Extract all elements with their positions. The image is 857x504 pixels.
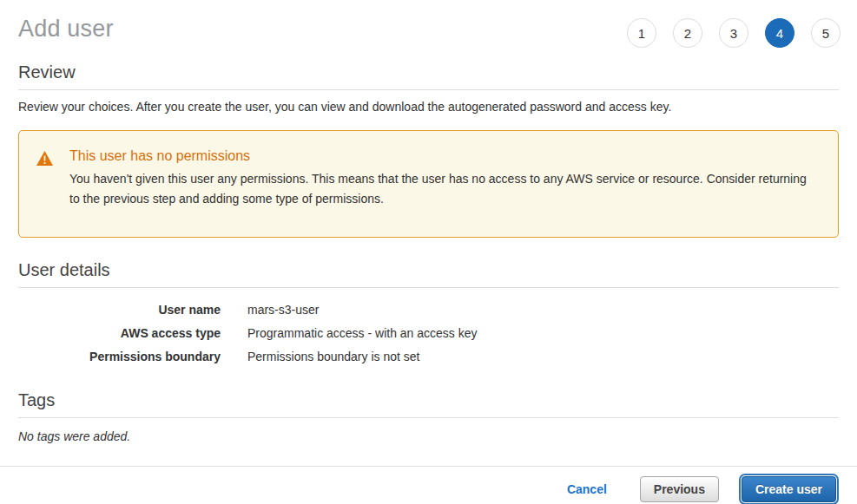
previous-button[interactable]: Previous: [640, 476, 719, 502]
tags-section: Tags No tags were added.: [18, 390, 839, 443]
access-type-value: Programmatic access - with an access key: [247, 326, 478, 340]
warning-title: This user has no permissions: [69, 148, 819, 164]
create-user-button[interactable]: Create user: [742, 476, 836, 502]
footer-actions: Cancel Previous Create user: [0, 467, 857, 502]
wizard-header: Add user 1 2 3 4 5: [18, 0, 839, 50]
user-details-heading: User details: [18, 260, 839, 280]
user-details-divider: [18, 287, 839, 288]
step-2: 2: [673, 18, 702, 48]
warning-content: This user has no permissions You haven't…: [69, 148, 819, 237]
permissions-boundary-label: Permissions boundary: [18, 350, 221, 363]
review-divider: [18, 89, 839, 90]
user-name-label: User name: [18, 303, 221, 317]
permissions-boundary-value: Permissions boundary is not set: [247, 350, 419, 363]
step-5: 5: [811, 18, 841, 48]
table-row: AWS access type Programmatic access - wi…: [18, 326, 839, 340]
review-section: Review Review your choices. After you cr…: [18, 62, 839, 114]
warning-triangle-icon: [36, 148, 69, 237]
no-permissions-warning: This user has no permissions You haven't…: [18, 130, 839, 238]
user-details-section: User details User name mars-s3-user AWS …: [18, 260, 839, 363]
review-heading: Review: [18, 62, 839, 82]
tags-heading: Tags: [18, 390, 839, 410]
step-1: 1: [627, 18, 656, 48]
step-4-active: 4: [765, 18, 794, 48]
step-indicator: 1 2 3 4 5: [627, 16, 841, 48]
user-name-value: mars-s3-user: [247, 303, 319, 317]
add-user-wizard: Add user 1 2 3 4 5 Review Review your ch…: [0, 0, 857, 443]
table-row: Permissions boundary Permissions boundar…: [18, 350, 839, 363]
user-details-rows: User name mars-s3-user AWS access type P…: [18, 303, 839, 363]
page-title: Add user: [18, 16, 114, 43]
cancel-link[interactable]: Cancel: [567, 482, 607, 496]
tags-divider: [18, 417, 839, 418]
access-type-label: AWS access type: [18, 326, 221, 340]
step-3: 3: [719, 18, 748, 48]
review-description: Review your choices. After you create th…: [18, 100, 839, 114]
warning-body: You haven't given this user any permissi…: [69, 169, 819, 209]
table-row: User name mars-s3-user: [18, 303, 839, 317]
tags-empty-message: No tags were added.: [18, 429, 839, 443]
